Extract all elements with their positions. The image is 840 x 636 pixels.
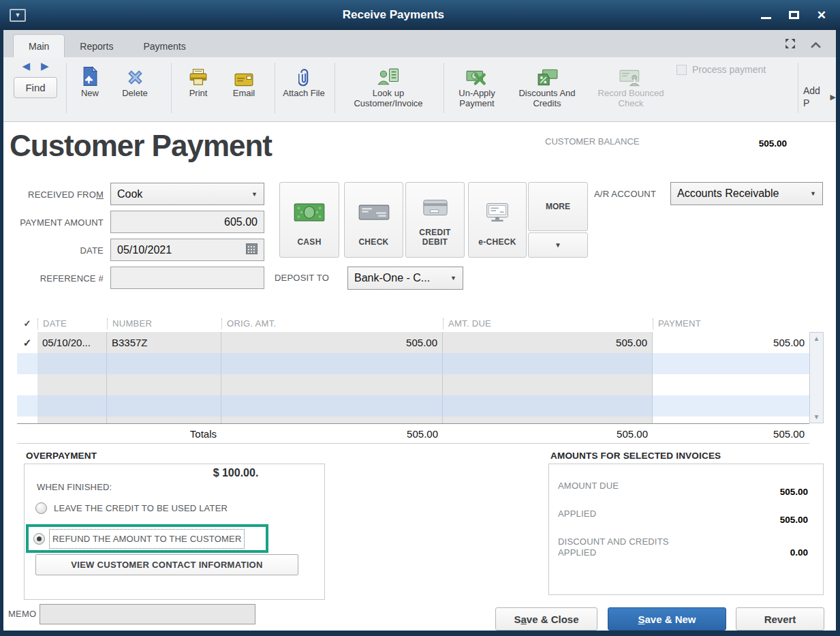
tab-reports[interactable]: Reports [65, 35, 128, 57]
table-row-empty [17, 395, 809, 417]
scroll-down-icon[interactable]: ▼ [813, 411, 820, 423]
table-scrollbar[interactable]: ▲ ▼ [809, 332, 824, 423]
ar-account-dropdown-icon[interactable]: ▼ [810, 190, 816, 197]
save-close-button[interactable]: Save & Close [495, 607, 597, 631]
credit-debit-button[interactable]: CREDIT DEBIT [405, 182, 465, 258]
echeck-button[interactable]: e-CHECK [468, 182, 527, 258]
process-payment-option: Process payment [676, 64, 766, 75]
echeck-monitor-icon [483, 183, 512, 238]
discounts-credits-button[interactable]: Discounts And Credits [509, 61, 585, 109]
refund-option-highlight: REFUND THE AMOUNT TO THE CUSTOMER [26, 524, 268, 553]
unapply-payment-icon [466, 61, 488, 87]
form-content: Customer Payment CUSTOMER BALANCE 505.00… [3, 122, 836, 631]
ar-account-combo[interactable]: Accounts Receivable ▼ [670, 182, 823, 205]
tab-payments[interactable]: Payments [128, 35, 200, 57]
lookup-customer-icon [377, 61, 400, 87]
lookup-customer-invoice-button[interactable]: Look up Customer/Invoice [339, 61, 438, 109]
print-button[interactable]: Print [177, 61, 219, 101]
leave-credit-option[interactable]: LEAVE THE CREDIT TO BE USED LATER [35, 502, 228, 514]
new-button[interactable]: New [70, 61, 110, 99]
deposit-to-dropdown-icon[interactable]: ▼ [450, 275, 456, 282]
row-payment[interactable]: 505.00 [653, 332, 809, 353]
applied-label: APPLIED [558, 509, 596, 519]
save-new-button[interactable]: Save & New [608, 607, 726, 631]
expand-window-icon[interactable] [785, 38, 796, 52]
row-date: 05/10/20... [37, 332, 107, 353]
row-check-icon[interactable]: ✓ [17, 332, 37, 353]
table-row-empty [17, 417, 809, 423]
email-button[interactable]: Email [221, 61, 266, 101]
delete-button[interactable]: Delete [112, 61, 157, 99]
more-arrow-button[interactable]: ▼ [528, 232, 588, 258]
nav-forward-icon[interactable]: ▶ [41, 60, 49, 72]
process-payment-label: Process payment [692, 64, 766, 75]
row-orig-amt: 505.00 [221, 332, 443, 353]
ar-account-value: Accounts Receivable [677, 187, 779, 200]
paperclip-icon [298, 61, 310, 87]
header-number[interactable]: NUMBER [107, 318, 221, 329]
maximize-icon[interactable] [789, 11, 799, 19]
payment-amount-label: PAYMENT AMOUNT [10, 217, 104, 228]
more-payment-methods-button[interactable]: MORE [528, 182, 588, 231]
collapse-ribbon-icon[interactable] [811, 39, 821, 51]
memo-field[interactable] [40, 604, 255, 624]
amounts-box: AMOUNT DUE 505.00 APPLIED 505.00 DISCOUN… [548, 464, 824, 595]
toolbar-separator [171, 63, 172, 113]
payment-amount-field[interactable]: 605.00 [110, 211, 264, 233]
attach-file-button[interactable]: Attach File [279, 61, 329, 99]
panel-expand-icon[interactable]: ▶ [830, 93, 836, 102]
window-menu-icon[interactable]: ▼ [10, 9, 26, 22]
overpayment-box: $ 100.00. WHEN FINISHED: LEAVE THE CREDI… [24, 464, 325, 600]
calendar-icon[interactable] [246, 243, 258, 257]
cash-button[interactable]: CASH [279, 182, 339, 258]
record-bounced-check-button: Record Bounced Check [588, 61, 674, 109]
header-date[interactable]: DATE [37, 318, 107, 329]
refund-label[interactable]: REFUND THE AMOUNT TO THE CUSTOMER [49, 529, 245, 549]
overpayment-title: OVERPAYMENT [26, 451, 97, 461]
ar-account-label: A/R ACCOUNT [594, 189, 656, 199]
discount-credits-label-line2: APPLIED [558, 547, 596, 558]
header-amt-due[interactable]: AMT. DUE [443, 318, 653, 329]
view-customer-contact-button[interactable]: VIEW CUSTOMER CONTACT INFORMATION [35, 554, 298, 575]
received-from-dropdown-icon[interactable]: ▼ [251, 191, 258, 198]
header-orig-amt[interactable]: ORIG. AMT. [221, 318, 443, 329]
totals-row: Totals 505.00 505.00 505.00 [17, 423, 809, 444]
deposit-to-value: Bank-One - C... [354, 272, 430, 284]
payment-amount-value: 605.00 [224, 216, 258, 228]
nav-back-icon[interactable]: ◀ [22, 60, 30, 72]
header-check-icon: ✓ [17, 318, 37, 329]
refund-radio[interactable] [33, 533, 45, 545]
credit-card-icon [421, 183, 450, 228]
totals-payment: 505.00 [653, 424, 809, 443]
unapply-payment-button[interactable]: Un-Apply Payment [446, 61, 508, 109]
check-icon [358, 183, 390, 238]
amounts-title: AMOUNTS FOR SELECTED INVOICES [550, 451, 721, 461]
check-button[interactable]: CHECK [344, 182, 403, 258]
deposit-to-combo[interactable]: Bank-One - C... ▼ [347, 267, 463, 290]
table-header-row: ✓ DATE NUMBER ORIG. AMT. AMT. DUE PAYMEN… [17, 315, 809, 332]
leave-credit-radio[interactable] [35, 502, 47, 514]
received-from-value: Cook [117, 188, 142, 200]
reference-label: REFERENCE # [10, 273, 104, 284]
table-row[interactable]: ✓ 05/10/20... B3357Z 505.00 505.00 505.0… [17, 332, 809, 353]
minimize-icon[interactable] [761, 12, 771, 19]
revert-button[interactable]: Revert [736, 607, 824, 631]
received-from-combo[interactable]: Cook ▼ [110, 183, 264, 205]
close-icon[interactable]: ✕ [817, 8, 826, 22]
totals-amt-due: 505.00 [443, 424, 653, 443]
header-payment[interactable]: PAYMENT [653, 318, 809, 329]
scroll-up-icon[interactable]: ▲ [813, 333, 820, 344]
received-from-label: RECEIVED FROM [10, 190, 104, 200]
toolbar-separator [444, 63, 444, 113]
process-payment-checkbox[interactable] [676, 65, 687, 75]
more-arrow-icon: ▼ [555, 241, 561, 249]
date-field[interactable]: 05/10/2021 [110, 239, 264, 261]
new-document-icon [82, 61, 99, 87]
totals-orig-amt: 505.00 [221, 424, 443, 443]
customer-balance-label: CUSTOMER BALANCE [545, 136, 639, 147]
window-title: Receive Payments [26, 8, 761, 22]
find-button[interactable]: Find [14, 77, 57, 98]
date-label: DATE [10, 245, 104, 256]
tab-main[interactable]: Main [13, 34, 65, 57]
reference-field[interactable] [110, 267, 264, 289]
